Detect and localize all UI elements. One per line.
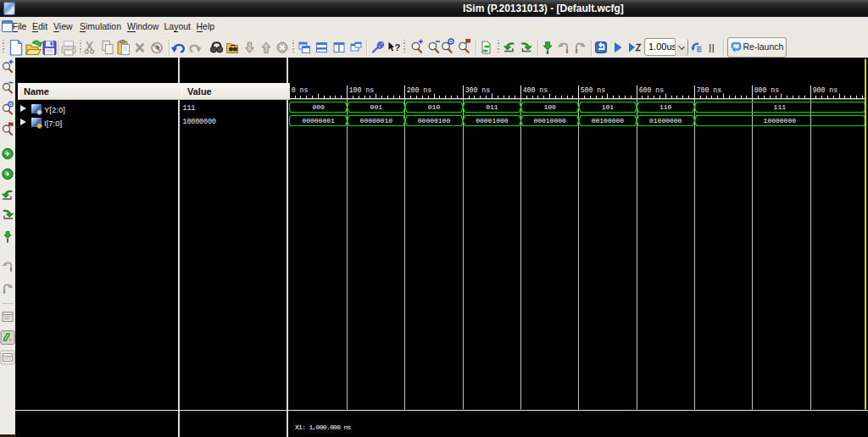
svg-text:111: 111	[774, 103, 787, 111]
svg-text:00000001: 00000001	[302, 117, 335, 124]
svg-text:600 ns: 600 ns	[639, 86, 665, 94]
svg-text:010: 010	[428, 103, 441, 111]
svg-text:110: 110	[659, 103, 672, 111]
svg-text:00001000: 00001000	[476, 117, 509, 124]
svg-text:011: 011	[486, 103, 498, 111]
svg-text:200 ns: 200 ns	[407, 86, 432, 94]
svg-text:700 ns: 700 ns	[697, 86, 722, 94]
svg-text:0 ns: 0 ns	[292, 86, 309, 94]
svg-text:?: ?	[395, 42, 401, 53]
svg-text:01000000: 01000000	[649, 117, 682, 124]
svg-text:00010000: 00010000	[533, 117, 566, 124]
svg-text:100 ns: 100 ns	[349, 86, 375, 94]
svg-text:001: 001	[370, 103, 383, 111]
svg-text:101: 101	[602, 103, 615, 111]
svg-text:500 ns: 500 ns	[581, 86, 606, 94]
svg-text:000: 000	[312, 103, 325, 111]
svg-text:100: 100	[543, 103, 556, 111]
svg-text:00000010: 00000010	[360, 117, 393, 124]
svg-text:300 ns: 300 ns	[465, 86, 491, 94]
svg-text:00000100: 00000100	[418, 117, 451, 124]
svg-text:900 ns: 900 ns	[813, 86, 838, 94]
svg-text:800 ns: 800 ns	[754, 86, 780, 94]
svg-text:00100000: 00100000	[592, 117, 625, 124]
svg-text:10000000: 10000000	[764, 117, 797, 124]
svg-text:400 ns: 400 ns	[523, 86, 548, 94]
